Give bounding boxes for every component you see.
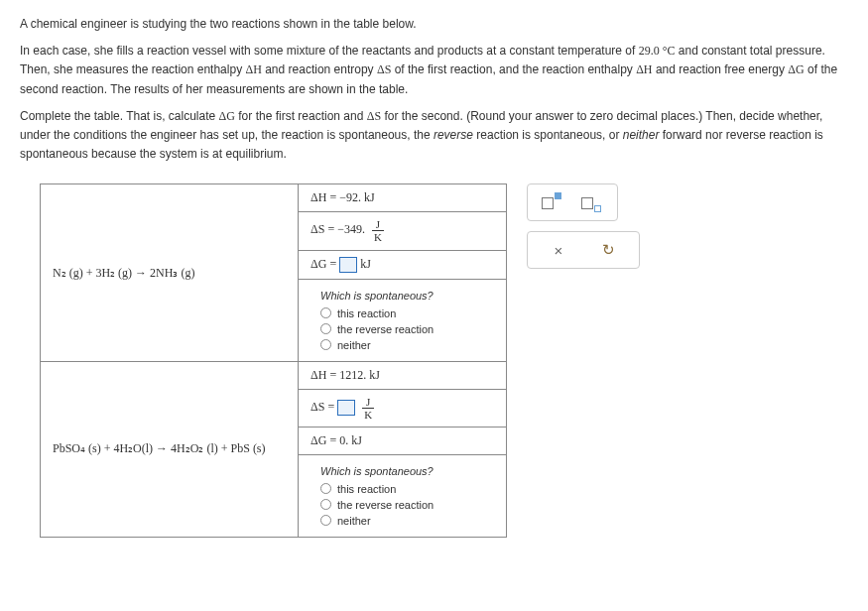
r2-delta-s-input[interactable] xyxy=(337,400,355,416)
text: and reaction free energy xyxy=(653,62,789,76)
r1-opt-neither[interactable]: neither xyxy=(320,337,494,353)
numerator: J xyxy=(362,396,374,409)
problem-p3: Complete the table. That is, calculate Δ… xyxy=(20,107,848,165)
r1-spontaneous-block: Which is spontaneous? this reaction the … xyxy=(299,279,507,361)
text: In each case, she fills a reaction vesse… xyxy=(20,44,639,58)
denominator: K xyxy=(362,409,374,421)
r2-opt-this[interactable]: this reaction xyxy=(320,481,494,497)
r2-spontaneous-block: Which is spontaneous? this reaction the … xyxy=(299,454,507,537)
r1-opt-reverse[interactable]: the reverse reaction xyxy=(320,321,494,337)
r1-delta-s: ΔS = −349. J K xyxy=(299,212,507,250)
r1-delta-g-input[interactable] xyxy=(339,257,357,273)
radio-icon xyxy=(320,339,331,350)
radio-icon xyxy=(320,307,331,318)
delta-s-symbol: ΔS xyxy=(377,62,391,76)
subscript-icon xyxy=(581,192,603,212)
radio-icon xyxy=(320,483,331,494)
subscript-tool[interactable] xyxy=(581,192,603,212)
denominator: K xyxy=(372,231,384,243)
r2-delta-h: ΔH = 1212. kJ xyxy=(299,361,507,389)
delta-h-symbol: ΔH xyxy=(636,62,652,76)
label: the reverse reaction xyxy=(337,499,434,511)
text: ΔS = −349. xyxy=(310,223,365,237)
problem-p2: In each case, she fills a reaction vesse… xyxy=(20,42,848,99)
text: reaction is spontaneous, or xyxy=(473,128,623,142)
label: the reverse reaction xyxy=(337,323,434,335)
radio-icon xyxy=(320,499,331,510)
text: Complete the table. That is, calculate xyxy=(20,109,219,123)
radio-icon xyxy=(320,515,331,526)
superscript-icon xyxy=(542,192,563,212)
label: this reaction xyxy=(337,483,396,495)
spontaneous-question: Which is spontaneous? xyxy=(320,465,494,477)
reaction-1-equation: N₂ (g) + 3H₂ (g) → 2NH₃ (g) xyxy=(41,184,299,361)
unit-fraction: J K xyxy=(372,218,384,243)
toolbar: × ↻ xyxy=(527,183,640,269)
label: neither xyxy=(337,339,371,351)
text: ΔS = xyxy=(310,400,337,414)
r2-opt-reverse[interactable]: the reverse reaction xyxy=(320,497,494,513)
delta-h-symbol: ΔH xyxy=(245,62,261,76)
text: for the first reaction and xyxy=(235,109,367,123)
radio-icon xyxy=(320,323,331,334)
reverse-word: reverse xyxy=(434,128,473,142)
reaction-table: N₂ (g) + 3H₂ (g) → 2NH₃ (g) ΔH = −92. kJ… xyxy=(40,183,507,538)
unit: kJ xyxy=(360,257,371,271)
problem-p1: A chemical engineer is studying the two … xyxy=(20,15,848,34)
spontaneous-question: Which is spontaneous? xyxy=(320,290,494,302)
delta-s-symbol: ΔS xyxy=(367,109,381,123)
text: ΔG = xyxy=(310,257,339,271)
r2-opt-neither[interactable]: neither xyxy=(320,513,494,529)
neither-word: neither xyxy=(623,128,660,142)
r1-delta-g-row: ΔG = kJ xyxy=(299,250,507,279)
temperature: 29.0 °C xyxy=(639,44,676,58)
delta-g-symbol: ΔG xyxy=(788,62,804,76)
delta-g-symbol: ΔG xyxy=(219,109,235,123)
label: neither xyxy=(337,515,371,527)
r2-delta-g: ΔG = 0. kJ xyxy=(299,427,507,454)
numerator: J xyxy=(372,218,384,231)
r1-opt-this[interactable]: this reaction xyxy=(320,306,494,321)
text: of the first reaction, and the reaction … xyxy=(391,62,636,76)
problem-statement: A chemical engineer is studying the two … xyxy=(20,15,848,164)
reset-button[interactable]: ↻ xyxy=(597,240,619,260)
unit-fraction: J K xyxy=(362,396,374,421)
text: and reaction entropy xyxy=(262,62,377,76)
reaction-2-equation: PbSO₄ (s) + 4H₂O(l) → 4H₂O₂ (l) + PbS (s… xyxy=(41,361,299,537)
close-button[interactable]: × xyxy=(548,240,569,260)
label: this reaction xyxy=(337,307,396,319)
r1-delta-h: ΔH = −92. kJ xyxy=(299,184,507,212)
superscript-tool[interactable] xyxy=(542,192,563,212)
r2-delta-s-row: ΔS = J K xyxy=(299,389,507,427)
